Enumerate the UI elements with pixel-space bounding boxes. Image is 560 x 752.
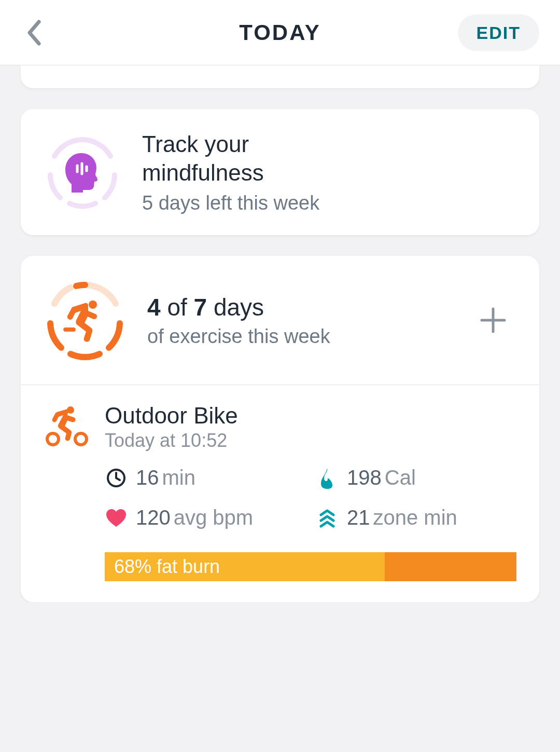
zone-cardio-segment bbox=[385, 552, 516, 581]
stat-heartrate: 120avg bpm bbox=[105, 506, 305, 529]
activity-name: Outdoor Bike bbox=[105, 403, 238, 429]
stat-duration: 16min bbox=[105, 466, 305, 489]
clock-icon bbox=[106, 468, 126, 488]
exercise-card: 4 of 7 days of exercise this week bbox=[21, 256, 539, 602]
plus-icon bbox=[479, 306, 508, 335]
content-area: Track your mindfulness 5 days left this … bbox=[0, 65, 560, 602]
mindfulness-subtitle: 5 days left this week bbox=[142, 192, 319, 214]
chevron-left-icon bbox=[26, 20, 42, 46]
stat-zone-minutes: 21zone min bbox=[316, 506, 516, 529]
add-exercise-button[interactable] bbox=[475, 302, 511, 338]
mindfulness-progress-ring bbox=[44, 133, 121, 211]
zone-fat-burn-segment: 68% fat burn bbox=[105, 552, 385, 581]
runner-icon bbox=[62, 297, 108, 343]
edit-button[interactable]: EDIT bbox=[458, 14, 539, 51]
mindfulness-card[interactable]: Track your mindfulness 5 days left this … bbox=[21, 109, 539, 235]
exercise-days-title: 4 of 7 days bbox=[147, 293, 454, 321]
exercise-subtitle: of exercise this week bbox=[147, 325, 454, 348]
activity-time: Today at 10:52 bbox=[105, 430, 238, 452]
head-icon bbox=[64, 152, 101, 193]
activity-stats: 16min 198Cal 120av bbox=[44, 466, 516, 529]
header-bar: TODAY EDIT bbox=[0, 0, 560, 65]
bike-icon bbox=[44, 406, 90, 446]
heart-rate-zone-bar: 68% fat burn bbox=[105, 552, 516, 581]
stat-calories: 198Cal bbox=[316, 466, 516, 489]
svg-point-3 bbox=[89, 300, 97, 309]
exercise-summary-row[interactable]: 4 of 7 days of exercise this week bbox=[21, 256, 539, 385]
mindfulness-title: Track your mindfulness bbox=[142, 130, 319, 187]
zone-icon bbox=[318, 508, 337, 528]
exercise-progress-ring bbox=[44, 279, 127, 362]
flame-icon bbox=[318, 467, 337, 489]
svg-point-7 bbox=[47, 433, 59, 445]
back-button[interactable] bbox=[22, 20, 47, 45]
activity-detail[interactable]: Outdoor Bike Today at 10:52 16min bbox=[21, 385, 539, 602]
heart-icon bbox=[105, 508, 127, 528]
previous-card-stub[interactable] bbox=[21, 65, 539, 88]
svg-point-8 bbox=[75, 433, 87, 445]
page-title: TODAY bbox=[239, 20, 320, 45]
